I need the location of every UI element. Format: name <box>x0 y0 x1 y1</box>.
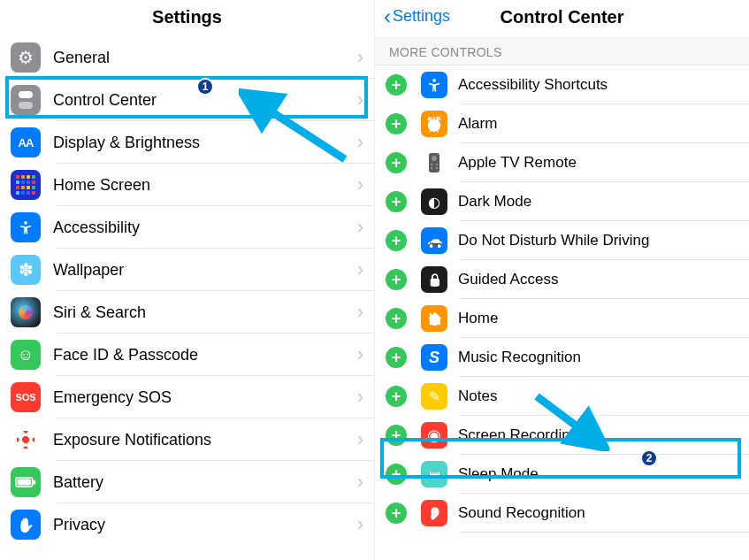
chevron-right-icon: › <box>357 471 363 494</box>
row-label: Privacy <box>53 516 357 534</box>
dark-icon <box>421 188 447 215</box>
row-label: Emergency SOS <box>53 388 357 407</box>
control-row-notes[interactable]: +Notes <box>375 377 749 416</box>
lock-icon <box>421 266 447 293</box>
row-label: Display & Brightness <box>53 134 357 152</box>
toggle-icon <box>11 85 41 115</box>
chevron-right-icon: › <box>357 46 363 69</box>
chevron-right-icon: › <box>357 301 363 324</box>
remote-icon <box>421 150 447 176</box>
control-row-dark-mode[interactable]: +Dark Mode <box>375 182 749 221</box>
control-label: Alarm <box>458 115 738 133</box>
control-row-do-not-disturb-while-driving[interactable]: +Do Not Disturb While Driving <box>375 221 749 260</box>
row-label: Face ID & Passcode <box>53 346 357 364</box>
control-center-pane: ‹ Settings Control Center MORE CONTROLS … <box>375 0 749 560</box>
settings-pane: Settings General›Control Center›Display … <box>0 0 375 560</box>
sos-icon <box>11 382 41 412</box>
settings-row-exposure-notifications[interactable]: Exposure Notifications› <box>0 418 374 461</box>
chevron-right-icon: › <box>357 258 363 281</box>
add-button[interactable]: + <box>386 386 407 407</box>
settings-row-wallpaper[interactable]: Wallpaper› <box>0 249 374 291</box>
face-icon <box>11 340 41 370</box>
control-row-home[interactable]: +Home <box>375 299 749 338</box>
add-button[interactable]: + <box>386 502 407 524</box>
svg-point-7 <box>432 156 437 161</box>
control-row-alarm[interactable]: +Alarm <box>375 104 749 143</box>
row-label: Home Screen <box>53 176 357 195</box>
row-label: Exposure Notifications <box>53 431 357 449</box>
back-button[interactable]: ‹ Settings <box>384 7 450 26</box>
covid-icon <box>11 425 41 455</box>
section-more-controls: MORE CONTROLS <box>375 36 749 65</box>
add-button[interactable]: + <box>386 230 407 251</box>
chevron-right-icon: › <box>357 386 363 409</box>
aa-icon <box>11 127 41 157</box>
shazam-icon <box>421 344 447 371</box>
settings-row-battery[interactable]: Battery› <box>0 461 374 503</box>
svg-rect-2 <box>34 479 36 484</box>
add-button[interactable]: + <box>386 152 407 173</box>
control-row-screen-recording[interactable]: +Screen Recording <box>375 416 749 455</box>
control-row-sleep-mode[interactable]: +Sleep Mode <box>375 455 749 494</box>
add-button[interactable]: + <box>386 74 407 96</box>
record-icon <box>421 422 447 449</box>
control-row-sound-recognition[interactable]: +Sound Recognition <box>375 494 749 533</box>
add-button[interactable]: + <box>386 113 407 134</box>
add-button[interactable]: + <box>386 425 407 446</box>
sleep-icon <box>421 461 447 487</box>
add-button[interactable]: + <box>386 464 407 485</box>
control-row-guided-access[interactable]: +Guided Access <box>375 260 749 299</box>
settings-row-privacy[interactable]: Privacy› <box>0 503 374 546</box>
add-button[interactable]: + <box>386 347 407 368</box>
control-label: Dark Mode <box>458 193 738 211</box>
annotation-badge-1: 1 <box>196 78 214 96</box>
svg-point-9 <box>436 164 438 165</box>
chevron-right-icon: › <box>357 513 363 536</box>
control-label: Do Not Disturb While Driving <box>458 232 738 249</box>
car-icon <box>421 227 447 254</box>
settings-row-general[interactable]: General› <box>0 36 374 79</box>
chevron-right-icon: › <box>357 216 363 239</box>
settings-row-siri-search[interactable]: Siri & Search› <box>0 291 374 334</box>
settings-row-control-center[interactable]: Control Center› <box>0 79 374 121</box>
annotation-badge-2: 2 <box>640 449 658 467</box>
flower-icon <box>11 255 41 285</box>
home-icon <box>421 305 447 332</box>
notes-icon <box>421 383 447 410</box>
settings-row-home-screen[interactable]: Home Screen› <box>0 164 374 206</box>
settings-row-display-brightness[interactable]: Display & Brightness› <box>0 121 374 164</box>
svg-point-8 <box>431 164 432 165</box>
control-label: Sleep Mode <box>458 465 738 483</box>
control-label: Accessibility Shortcuts <box>458 76 738 94</box>
settings-row-emergency-sos[interactable]: Emergency SOS› <box>0 376 374 418</box>
row-label: Wallpaper <box>53 261 357 280</box>
chevron-right-icon: › <box>357 428 363 451</box>
chevron-right-icon: › <box>357 173 363 196</box>
gear-icon <box>11 42 41 73</box>
control-row-music-recognition[interactable]: +Music Recognition <box>375 338 749 377</box>
control-row-accessibility-shortcuts[interactable]: +Accessibility Shortcuts <box>375 65 749 104</box>
control-label: Sound Recognition <box>458 504 738 522</box>
chevron-right-icon: › <box>357 88 363 111</box>
control-row-apple-tv-remote[interactable]: +Apple TV Remote <box>375 143 749 182</box>
control-center-title: Control Center <box>501 7 624 27</box>
row-label: Battery <box>53 473 357 492</box>
control-label: Music Recognition <box>458 349 738 366</box>
control-label: Apple TV Remote <box>458 154 738 172</box>
settings-row-face-id-passcode[interactable]: Face ID & Passcode› <box>0 334 374 376</box>
access-icon <box>11 212 41 242</box>
control-label: Home <box>458 310 738 327</box>
siri-icon <box>11 297 41 327</box>
add-button[interactable]: + <box>386 191 407 212</box>
chevron-right-icon: › <box>357 343 363 366</box>
access-icon <box>421 72 447 98</box>
add-button[interactable]: + <box>386 269 407 290</box>
control-label: Screen Recording <box>458 426 738 444</box>
control-label: Notes <box>458 387 738 405</box>
svg-point-0 <box>24 221 27 225</box>
battery-icon <box>11 467 41 497</box>
add-button[interactable]: + <box>386 308 407 329</box>
grid-icon <box>11 170 41 200</box>
more-controls-list: +Accessibility Shortcuts+Alarm+Apple TV … <box>375 65 749 533</box>
settings-row-accessibility[interactable]: Accessibility› <box>0 206 374 249</box>
